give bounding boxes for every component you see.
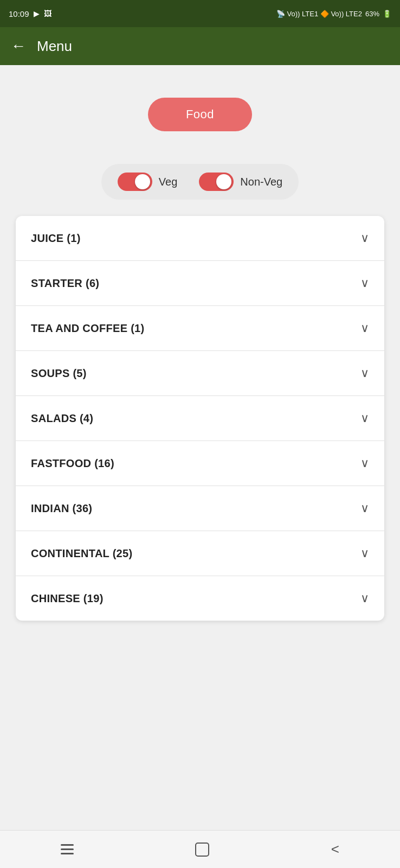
signal-icons: 📡 Vo)) LTE1 🔶 Vo)) LTE2 — [276, 10, 362, 18]
chevron-down-icon: ∨ — [360, 411, 369, 425]
back-button[interactable]: ← — [11, 37, 26, 55]
status-left: 10:09 ▶ 🖼 — [9, 9, 51, 18]
menu-item-label: JUICE (1) — [31, 232, 81, 245]
bottom-nav: < — [0, 830, 400, 868]
main-content: Food Veg Non-Veg JUICE (1)∨STARTER (6)∨T… — [0, 65, 400, 830]
chevron-down-icon: ∨ — [360, 231, 369, 245]
menu-item-label: SOUPS (5) — [31, 367, 87, 380]
veg-toggle-knob — [135, 174, 150, 189]
chevron-down-icon: ∨ — [360, 321, 369, 335]
menu-item[interactable]: CHINESE (19)∨ — [16, 576, 384, 621]
chevron-down-icon: ∨ — [360, 546, 369, 560]
menu-item[interactable]: SOUPS (5)∨ — [16, 351, 384, 396]
battery-display: 63% — [365, 10, 379, 18]
veg-toggle-switch[interactable] — [118, 173, 152, 191]
menu-item[interactable]: SALADS (4)∨ — [16, 396, 384, 441]
menu-list: JUICE (1)∨STARTER (6)∨TEA AND COFFEE (1)… — [16, 216, 384, 621]
menu-item[interactable]: JUICE (1)∨ — [16, 216, 384, 261]
battery-icon: 🔋 — [383, 10, 391, 18]
time-display: 10:09 — [9, 9, 29, 18]
menu-item-label: FASTFOOD (16) — [31, 457, 114, 470]
menu-item-label: CHINESE (19) — [31, 592, 104, 605]
recent-apps-icon[interactable] — [61, 844, 74, 854]
veg-toggle-label: Veg — [159, 176, 177, 188]
chevron-down-icon: ∨ — [360, 456, 369, 470]
menu-item[interactable]: FASTFOOD (16)∨ — [16, 441, 384, 486]
veg-toggle-item: Veg — [118, 173, 177, 191]
menu-item-label: SALADS (4) — [31, 412, 93, 425]
menu-item[interactable]: TEA AND COFFEE (1)∨ — [16, 306, 384, 351]
chevron-down-icon: ∨ — [360, 276, 369, 290]
non-veg-toggle-knob — [216, 174, 231, 189]
menu-item[interactable]: INDIAN (36)∨ — [16, 486, 384, 531]
food-button[interactable]: Food — [148, 98, 252, 131]
back-nav-icon[interactable]: < — [331, 841, 339, 858]
filter-toggle-row: Veg Non-Veg — [101, 164, 299, 200]
status-right: 📡 Vo)) LTE1 🔶 Vo)) LTE2 63% 🔋 — [276, 10, 391, 18]
chevron-down-icon: ∨ — [360, 591, 369, 605]
food-button-area: Food — [148, 65, 252, 164]
menu-item-label: TEA AND COFFEE (1) — [31, 322, 144, 335]
menu-item[interactable]: STARTER (6)∨ — [16, 261, 384, 306]
menu-item-label: CONTINENTAL (25) — [31, 547, 132, 560]
page-title: Menu — [37, 38, 72, 55]
youtube-icon: ▶ — [34, 9, 40, 18]
non-veg-toggle-item: Non-Veg — [199, 173, 282, 191]
non-veg-toggle-switch[interactable] — [199, 173, 234, 191]
home-icon[interactable] — [195, 843, 209, 857]
menu-item-label: STARTER (6) — [31, 277, 99, 290]
app-bar: ← Menu — [0, 27, 400, 65]
non-veg-toggle-label: Non-Veg — [240, 176, 282, 188]
gallery-icon: 🖼 — [44, 9, 51, 18]
menu-item-label: INDIAN (36) — [31, 502, 92, 515]
menu-item[interactable]: CONTINENTAL (25)∨ — [16, 531, 384, 576]
chevron-down-icon: ∨ — [360, 501, 369, 515]
chevron-down-icon: ∨ — [360, 366, 369, 380]
status-bar: 10:09 ▶ 🖼 📡 Vo)) LTE1 🔶 Vo)) LTE2 63% 🔋 — [0, 0, 400, 27]
